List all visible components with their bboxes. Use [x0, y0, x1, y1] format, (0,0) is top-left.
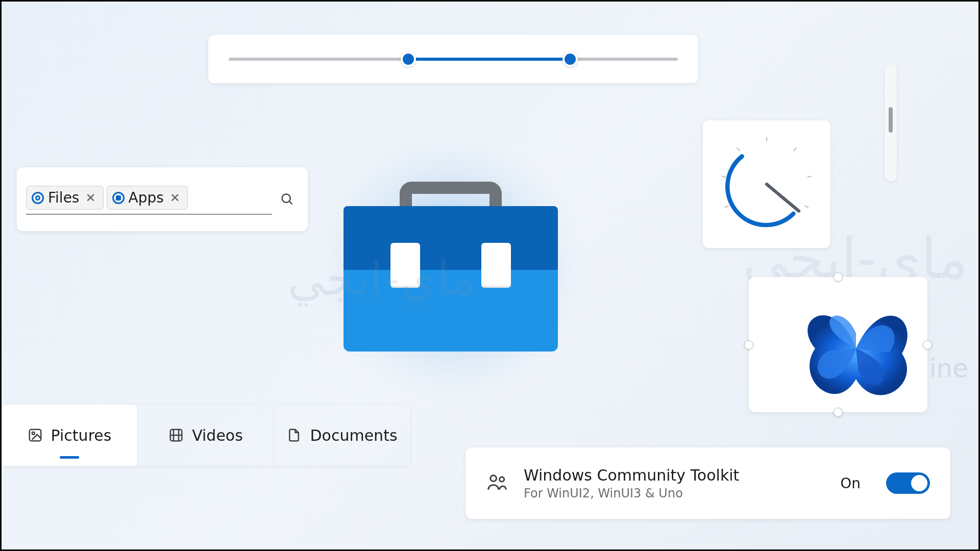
range-slider-card — [208, 35, 698, 83]
range-thumb-low[interactable] — [401, 52, 416, 67]
toggle-state-label: On — [840, 475, 861, 492]
crop-handle-bottom[interactable] — [834, 408, 843, 417]
square-icon — [112, 192, 125, 204]
chip-apps[interactable]: Apps ✕ — [107, 186, 188, 210]
svg-line-9 — [767, 184, 799, 211]
tab-pictures[interactable]: Pictures — [2, 405, 138, 466]
chip-files[interactable]: Files ✕ — [26, 186, 104, 210]
toggle-subtitle: For WinUI2, WinUI3 & Uno — [524, 486, 825, 500]
svg-point-11 — [32, 432, 34, 435]
svg-line-6 — [725, 206, 728, 208]
chip-label: Apps — [129, 189, 164, 206]
svg-line-7 — [722, 176, 726, 177]
switch-knob — [911, 475, 927, 491]
svg-point-0 — [282, 194, 290, 202]
svg-line-3 — [794, 148, 797, 151]
document-icon — [286, 428, 302, 443]
range-track[interactable] — [229, 58, 678, 61]
toggle-title: Windows Community Toolkit — [524, 466, 825, 484]
chip-label: Files — [48, 189, 79, 206]
svg-point-17 — [500, 477, 504, 482]
toolbox-icon — [344, 182, 558, 353]
search-icon — [280, 192, 295, 207]
people-icon — [486, 471, 508, 495]
svg-line-1 — [289, 201, 292, 204]
tab-documents[interactable]: Documents — [274, 405, 410, 466]
chip-remove-icon[interactable]: ✕ — [83, 191, 97, 205]
scrollbar[interactable] — [885, 64, 897, 181]
video-icon — [168, 428, 184, 443]
settings-toggle-card: Windows Community Toolkit For WinUI2, Wi… — [465, 447, 950, 519]
svg-line-4 — [807, 176, 812, 177]
radio-icon — [32, 192, 44, 204]
toggle-switch[interactable] — [886, 472, 930, 494]
svg-line-5 — [805, 206, 808, 208]
range-thumb-high[interactable] — [562, 52, 578, 67]
toggle-text: Windows Community Toolkit For WinUI2, Wi… — [524, 466, 825, 500]
image-crop-card — [749, 277, 927, 412]
bloom-graphic — [785, 282, 927, 407]
tab-label: Documents — [310, 427, 397, 444]
scrollbar-thumb[interactable] — [889, 107, 893, 133]
svg-line-8 — [737, 148, 740, 151]
radial-gauge-card — [703, 120, 830, 248]
chip-input[interactable]: Files ✕ Apps ✕ — [26, 184, 272, 215]
svg-point-16 — [491, 475, 497, 482]
image-icon — [28, 428, 43, 443]
crop-handle-right[interactable] — [923, 340, 932, 349]
search-button[interactable] — [276, 188, 299, 211]
tab-label: Pictures — [51, 427, 112, 444]
tabs-card: Pictures Videos Documents — [2, 405, 410, 466]
svg-rect-10 — [29, 430, 41, 441]
crop-handle-left[interactable] — [744, 340, 753, 349]
filter-chips-card: Files ✕ Apps ✕ — [17, 167, 308, 231]
radial-gauge[interactable] — [713, 131, 820, 238]
toolbox-hero — [308, 134, 594, 399]
crop-handle-top[interactable] — [834, 272, 843, 282]
chip-remove-icon[interactable]: ✕ — [168, 191, 182, 205]
tab-label: Videos — [192, 427, 243, 444]
range-fill — [408, 58, 570, 61]
tab-videos[interactable]: Videos — [138, 405, 274, 466]
